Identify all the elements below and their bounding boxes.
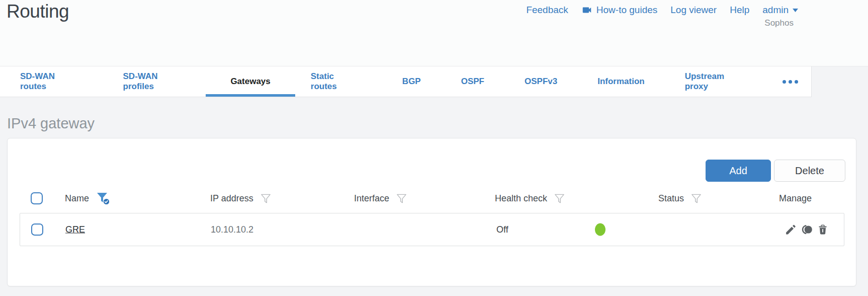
more-tabs-ellipsis-icon[interactable] [769,66,811,97]
column-interface: Interface [354,187,407,209]
help-link[interactable]: Help [730,5,749,16]
tab-static-routes[interactable]: Static routes [291,66,382,97]
column-health-check: Health check [495,187,565,209]
tab-bgp[interactable]: BGP [382,66,441,97]
header-links: Feedback How-to guides Log viewer Help a… [526,5,798,16]
status-green-dot [595,224,605,236]
log-viewer-link[interactable]: Log viewer [670,5,717,16]
howto-guides-link[interactable]: How-to guides [581,5,657,16]
trash-icon[interactable] [817,224,829,236]
select-all-cell [31,187,43,209]
status-cell [595,224,605,236]
manage-cell [785,224,829,236]
table-header: Name IP address Interface [8,187,856,209]
tab-information[interactable]: Information [577,66,665,97]
routing-page: Routing Feedback How-to guides Log viewe… [0,0,868,296]
tab-ospf[interactable]: OSPF [441,66,504,97]
select-all-checkbox[interactable] [31,192,43,204]
health-filter-funnel-icon[interactable] [554,193,565,204]
videocam-icon [581,5,592,16]
table-row: GRE 10.10.10.2 Off [20,213,844,246]
gateway-health-check: Off [496,225,508,235]
tab-sdwan-routes[interactable]: SD-WAN routes [0,66,103,97]
gateway-name-link[interactable]: GRE [65,225,85,235]
column-status: Status [658,187,702,209]
section-heading: IPv4 gateway [7,115,95,132]
tab-sdwan-profiles[interactable]: SD-WAN profiles [103,66,211,97]
feedback-link[interactable]: Feedback [526,5,568,16]
page-title: Routing [7,1,69,22]
tab-gateways[interactable]: Gateways [210,66,290,97]
brand-label: Sophos [764,18,794,28]
status-filter-funnel-icon[interactable] [690,193,702,204]
column-manage: Manage [779,187,812,209]
column-name: Name [65,187,111,209]
row-checkbox[interactable] [31,224,43,236]
tab-ospfv3[interactable]: OSPFv3 [504,66,577,97]
table-body: GRE 10.10.10.2 Off [20,213,844,246]
column-ip-address: IP address [210,187,272,209]
ipv4-gateway-card: Add Delete Name IP address [7,138,856,286]
delete-button[interactable]: Delete [774,160,845,182]
gateway-ip: 10.10.10.2 [211,225,253,235]
interface-filter-funnel-icon[interactable] [396,193,407,204]
row-select-cell [31,224,43,236]
add-button[interactable]: Add [706,160,771,182]
user-menu[interactable]: admin [762,5,798,16]
name-filter-funnel-check-icon[interactable] [96,191,111,206]
tab-upstream-proxy[interactable]: Upstream proxy [665,66,769,97]
page-header: Routing Feedback How-to guides Log viewe… [0,0,868,66]
ip-filter-funnel-icon[interactable] [260,193,272,204]
edit-pencil-icon[interactable] [785,224,797,236]
routing-tabbar: SD-WAN routes SD-WAN profiles Gateways S… [0,66,812,97]
caret-down-icon [793,9,798,12]
clone-icon[interactable] [801,224,813,236]
